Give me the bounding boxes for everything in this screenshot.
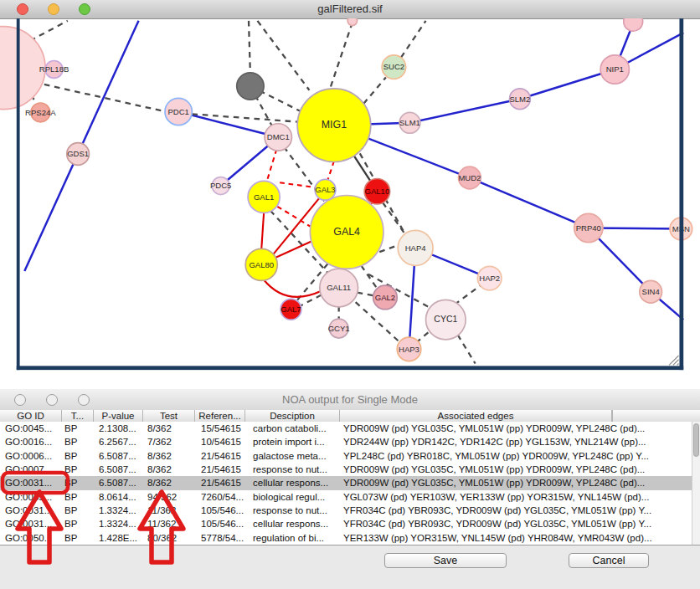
column-header-associated-edges[interactable]: Associated edges (340, 410, 612, 422)
column-header-test[interactable]: Test (143, 410, 195, 422)
node-label: GAL10 (365, 187, 390, 196)
column-divider (612, 410, 613, 422)
node-label: PDC1 (167, 107, 188, 116)
window-title: NOA output for Single Mode (0, 393, 700, 406)
table-row[interactable]: GO:0031...BP6.5087...8/36221/54615cellul… (0, 476, 700, 489)
save-button[interactable]: Save (384, 553, 507, 568)
cell: GO:0016... (0, 435, 62, 448)
cell: 15/54615 (195, 422, 245, 435)
node-gal7[interactable]: GAL7 (281, 299, 301, 320)
cell: 21/54615 (195, 449, 245, 463)
cell: GO:0031... (0, 476, 62, 489)
results-table[interactable]: GO:0045...BP2.1308...8/36215/54615carbon… (0, 422, 700, 545)
node-label: GAL80 (249, 260, 274, 269)
node-label: GAL2 (375, 293, 395, 302)
cell: GO:0007... (0, 463, 62, 476)
table-row[interactable]: GO:0031...BP1.3324...11/362105/546...cel… (0, 517, 700, 530)
node-label: HAP2 (479, 274, 500, 283)
cell: regulation of bi... (245, 531, 340, 545)
cell: 80/362 (143, 531, 195, 545)
table-row[interactable]: GO:0031...BP1.3324...11/362105/546...res… (0, 504, 700, 517)
node-gal3[interactable]: GAL3 (315, 179, 336, 200)
column-header-referen[interactable]: Referen... (195, 410, 245, 422)
cell: GO:0031... (0, 504, 62, 517)
node[interactable] (237, 73, 264, 100)
window-border-left (17, 18, 20, 370)
node-label: HAP4 (405, 243, 427, 253)
column-header-desciption[interactable]: Desciption (245, 410, 340, 422)
table-row[interactable]: GO:0007...BP6.5087...8/36221/54615respon… (0, 463, 700, 476)
cell: 8/362 (143, 422, 195, 435)
node-gal4[interactable]: GAL4 (310, 195, 383, 269)
edge (361, 265, 377, 289)
node-gal2[interactable]: GAL2 (373, 285, 398, 310)
network-window-titlebar[interactable]: galFiltered.sif (0, 0, 700, 19)
node-gds1[interactable]: GDS1 (67, 143, 90, 166)
node[interactable] (347, 18, 357, 26)
noa-window-titlebar[interactable]: NOA output for Single Mode (0, 389, 700, 411)
window-border-bottom (17, 366, 683, 370)
column-header-t[interactable]: T... (62, 410, 94, 422)
node-pdc1[interactable]: PDC1 (165, 98, 192, 125)
node-mig1[interactable]: MIG1 (297, 89, 371, 162)
node-hap3[interactable]: HAP3 (397, 337, 421, 361)
node-slm2[interactable]: SLM2 (509, 89, 530, 110)
cell: 7/362 (143, 435, 195, 448)
node-mud2[interactable]: MUD2 (458, 166, 481, 189)
node-gal11[interactable]: GAL11 (320, 269, 358, 307)
node-prp40[interactable]: PRP40 (574, 213, 603, 242)
scrollbar-thumb[interactable] (693, 423, 699, 457)
cell: BP (62, 531, 94, 545)
cancel-button[interactable]: Cancel (569, 553, 649, 568)
node-label: CYC1 (434, 315, 457, 324)
network-canvas[interactable]: RPL18BRPS24AGDS1PDC1SUC2SLM1DMC1SLM2NIP1… (0, 18, 700, 389)
resize-grip-icon[interactable] (669, 356, 678, 365)
node-gal80[interactable]: GAL80 (245, 248, 277, 280)
node[interactable] (624, 18, 643, 31)
node-label: GAL3 (315, 185, 335, 194)
cell: BP (62, 476, 94, 489)
table-row[interactable]: GO:0050...BP1.428E...80/3625778/54...reg… (0, 531, 700, 545)
node-dmc1[interactable]: DMC1 (265, 124, 291, 151)
node-nip1[interactable]: NIP1 (600, 55, 629, 84)
cell: response to nut... (245, 504, 340, 517)
vertical-scrollbar[interactable] (692, 422, 700, 545)
node-label: NIP1 (606, 64, 624, 74)
node-cyc1[interactable]: CYC1 (426, 300, 466, 340)
cell: 94/362 (143, 490, 195, 504)
cell: YFR034C (pd) YBR093C, YDR009W (pd) YGL03… (340, 517, 700, 530)
cell: GO:0065... (0, 490, 62, 504)
edge (30, 21, 68, 41)
column-header-go-id[interactable]: GO ID (0, 410, 62, 422)
node-suc2[interactable]: SUC2 (382, 55, 406, 79)
cell: BP (62, 517, 94, 530)
node-sin4[interactable]: SIN4 (640, 280, 662, 303)
node-gcy1[interactable]: GCY1 (328, 319, 350, 338)
cell: 11/362 (143, 504, 195, 517)
node-gal10[interactable]: GAL10 (364, 178, 389, 203)
node-rps24a[interactable]: RPS24A (25, 103, 56, 122)
window-title: galFiltered.sif (0, 3, 700, 15)
node-slm1[interactable]: SLM1 (399, 112, 420, 133)
node-hap4[interactable]: HAP4 (398, 230, 433, 265)
cell: biological regul... (245, 490, 340, 504)
table-row[interactable]: GO:0006...BP6.5087...8/36221/54615galact… (0, 449, 700, 463)
cell: 21/54615 (195, 476, 245, 489)
table-row[interactable]: GO:0065...BP8.0614...94/3627260/54...bio… (0, 490, 700, 504)
edge (358, 293, 375, 296)
node-label: PRP40 (576, 223, 601, 233)
edge (329, 23, 353, 91)
column-header-p-value[interactable]: P-value (94, 410, 143, 422)
noa-output-window: NOA output for Single Mode GO IDT...P-va… (0, 389, 700, 589)
node-label: RPL18B (39, 64, 69, 74)
node-hap2[interactable]: HAP2 (477, 266, 502, 290)
table-row[interactable]: GO:0016...BP6.2567...7/36210/54615protei… (0, 435, 700, 448)
cell: 8/362 (143, 463, 195, 476)
node-label: SLM2 (509, 95, 530, 104)
edge (280, 182, 315, 187)
cell: 6.2567... (94, 435, 143, 448)
edge (266, 149, 276, 183)
cell: cellular respons... (245, 517, 340, 530)
node-gal1[interactable]: GAL1 (248, 181, 280, 213)
table-row[interactable]: GO:0045...BP2.1308...8/36215/54615carbon… (0, 422, 700, 435)
